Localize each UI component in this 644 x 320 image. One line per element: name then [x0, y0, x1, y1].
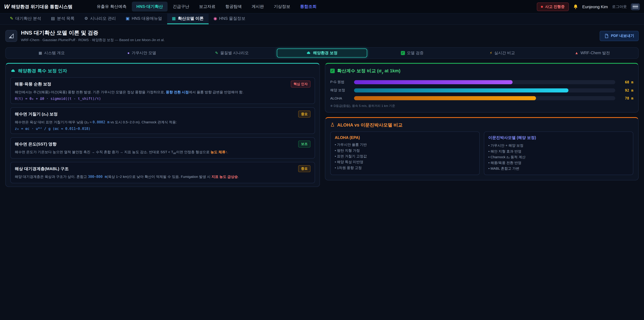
inline-code: 0.0002 m — [92, 120, 109, 124]
factor-card-sea-land-breeze: 해풍·육풍 순환 보정 핵심 인자 해안에서는 주간(해풍)·야간(육풍) 풍향… — [10, 77, 315, 104]
text-run: 해수면 온도가 기온보다 높으면 열적 불안정 촉진 → 수직 혼합 증가 → … — [15, 150, 173, 154]
segment-system-overview[interactable]: ▦ 시스템 개요 — [6, 49, 96, 58]
flask-icon: ◉ — [214, 17, 217, 21]
model-feature: 가우시안 플룸 기반 — [335, 142, 475, 148]
panel-header: 해양환경 특수 보정 인자 — [6, 64, 320, 77]
page-title: HNS 대기확산 모델 이론 및 검증 — [21, 29, 165, 37]
nav-item-reports[interactable]: 보고자료 — [194, 2, 220, 12]
nav-item-weather-info[interactable]: 기상정보 — [269, 2, 295, 12]
nav-item-aerial-search[interactable]: 항공탐색 — [221, 2, 246, 12]
segment-substance-scenarios[interactable]: ✎ 물질별 시나리오 — [187, 49, 277, 58]
bar-label: 해양 보정 — [330, 88, 351, 93]
model-feature: 가우시안 + 해양 보정 — [488, 143, 629, 148]
factor-title: 해수면 온도(SST) 영향 — [15, 141, 56, 147]
page-subtitle: WRF-Chem · Gaussian Plume/Puff · ROMS · … — [21, 38, 165, 43]
segment-label: 시스템 개요 — [44, 50, 65, 56]
page-header: HNS 대기확산 모델 이론 및 검증 WRF-Chem · Gaussian … — [0, 25, 644, 46]
bolt-icon: ⚡ — [490, 51, 492, 55]
model-feature: 해양 특성 미반영 — [335, 159, 475, 165]
segment-gaussian-model[interactable]: ● 가우시안 모델 — [97, 49, 187, 58]
segment-marine-correction[interactable]: 해양환경 보정 — [277, 49, 367, 58]
segment-realtime-comparison[interactable]: ⚡ 실시간 비교 — [457, 49, 547, 58]
tab-scenario-management[interactable]: ⚙ 시나리오 관리 — [80, 14, 121, 24]
tab-diffusion-model-theory[interactable]: ▦ 확산모델 이론 — [167, 14, 209, 24]
panel-title: ALOHA vs 이문진박사모델 비교 — [337, 122, 403, 128]
cloud-icon — [306, 50, 311, 56]
nav-item-oil-spill-prediction[interactable]: 유출유 확산예측 — [92, 2, 131, 12]
tab-analysis-list[interactable]: ▤ 분석 목록 — [46, 14, 80, 24]
module-tabbar: ✎ 대기확산 분석 ▤ 분석 목록 ⚙ 시나리오 관리 ▣ HNS 대응매뉴얼 … — [0, 14, 644, 25]
tab-label: 대기확산 분석 — [16, 16, 41, 21]
chart-icon: ▦ — [172, 17, 176, 21]
tab-hns-response-manual[interactable]: ▣ HNS 대응매뉴얼 — [121, 14, 167, 24]
ruler-icon — [5, 30, 17, 42]
main-content: 해양환경 특수 보정 인자 해풍·육풍 순환 보정 핵심 인자 해안에서는 주간… — [0, 63, 644, 187]
highlighted-text: 지표 농도 급상승 — [212, 175, 238, 179]
notifications-bell-icon[interactable] — [573, 4, 578, 9]
text-run: 해수면은 육상 대비 표면 거칠기가 매우 낮음 (z₀ ≈ — [15, 120, 92, 124]
tab-label: 확산모델 이론 — [178, 16, 204, 21]
model-feature: MABL 혼합고 가변 — [488, 166, 629, 171]
text-run: 해양 대기경계층은 육상과 구조가 상이. 혼합고 — [15, 175, 88, 179]
app-logo[interactable]: W 해양환경 위기대응 통합시스템 — [4, 3, 72, 10]
tab-hns-substance-info[interactable]: ◉ HNS 물질정보 — [208, 14, 250, 24]
model-feature: 해풍/육풍 전환 반영 — [488, 160, 629, 166]
cloud-icon — [11, 68, 16, 74]
formula: θ(t) = θ₀ + Δθ · sigmoid((t - t_shift)/τ… — [15, 97, 310, 101]
model-comparison-panel: ALOHA vs 이문진박사모델 비교 ALOHA (EPA) 가우시안 플룸 … — [325, 117, 639, 180]
segment-label: 실시간 비교 — [494, 50, 515, 56]
formula: z₀ = αc · u*² / g (αc ≈ 0.011~0.018) — [15, 127, 310, 131]
menu-button[interactable] — [631, 3, 640, 10]
bar-value: 78 m — [618, 96, 633, 100]
bar-label: ALOHA — [330, 96, 351, 100]
panel-title: 확산계수 보정 비교 (σy at 1km) — [337, 68, 400, 74]
bar-label: P-G 원법 — [330, 80, 351, 85]
text-run: 해안에서는 주간(해풍)·야간(육풍) 풍향 전환 발생. 기존 가우시안 모델… — [15, 90, 166, 94]
nav-item-board[interactable]: 게시판 — [247, 2, 268, 12]
segment-wrf-chem-advancement[interactable]: ▲ WRF-Chem 발전 — [547, 49, 637, 58]
tab-label: HNS 대응매뉴얼 — [132, 16, 162, 21]
model-feature: 평탄 지형 가정 — [335, 148, 475, 153]
bar-value: 68 m — [618, 80, 633, 84]
bar-fill — [354, 88, 568, 93]
segment-label: WRF-Chem 발전 — [580, 50, 610, 56]
status-dot-icon — [541, 6, 543, 8]
nav-item-integrated-search[interactable]: 통합조회 — [296, 2, 321, 12]
model-feature: Charnock z₀ 동적 계산 — [488, 154, 629, 160]
list-icon: ▤ — [51, 17, 55, 21]
nav-item-hns-atmospheric[interactable]: HNS·대기확산 — [132, 2, 167, 12]
rocket-icon: ▲ — [575, 51, 578, 55]
highlighted-text: 풍향 전환 시점 — [166, 90, 189, 94]
bar-fill — [354, 96, 536, 100]
factor-description: 해수면 온도가 기온보다 높으면 열적 불안정 촉진 → 수직 혼합 증가 → … — [15, 150, 310, 155]
chart-footnote: ※ D등급(중립), 풍속 5 m/s, 풍하거리 1 km 기준 — [325, 102, 638, 112]
segment-model-validation[interactable]: ✓ 모델 검증 — [367, 49, 457, 58]
priority-badge: 중요 — [298, 111, 310, 118]
factor-description: 해양 대기경계층은 육상과 구조가 상이. 혼합고 300~800 m(육상 1… — [15, 174, 310, 180]
pdf-export-button[interactable]: PDF 내보내기 — [600, 31, 639, 41]
factor-card-sea-surface-roughness: 해수면 거칠기 (z₀) 보정 중요 해수면은 육상 대비 표면 거칠기가 매우… — [10, 107, 315, 134]
section-segmented-control: ▦ 시스템 개요 ● 가우시안 모델 ✎ 물질별 시나리오 해양환경 보정 ✓ … — [5, 47, 639, 59]
logout-button[interactable]: 로그아웃 — [612, 4, 627, 9]
factor-card-sst-effect: 해수면 온도(SST) 영향 보조 해수면 온도가 기온보다 높으면 열적 불안… — [10, 137, 315, 159]
factor-title: 해풍·육풍 순환 보정 — [15, 81, 51, 87]
model-feature: 1차원 풍향 고정 — [335, 165, 475, 171]
segment-label: 가우시안 모델 — [132, 50, 156, 56]
panel-header: ✓ 확산계수 보정 비교 (σy at 1km) — [325, 64, 638, 77]
check-square-icon: ✓ — [401, 51, 405, 55]
segment-label: 모델 검증 — [407, 50, 424, 56]
inline-code: 300~800 m — [88, 175, 107, 179]
tab-atmospheric-analysis[interactable]: ✎ 대기확산 분석 — [5, 14, 46, 24]
panel-title: 해양환경 특수 보정 인자 — [18, 68, 67, 74]
priority-badge: 보조 — [298, 141, 310, 148]
topbar: W 해양환경 위기대응 통합시스템 유출유 확산예측 HNS·대기확산 긴급구난… — [0, 0, 644, 14]
factor-card-mabl-structure: 해상 대기경계층(MABL) 구조 중요 해양 대기경계층은 육상과 구조가 상… — [10, 162, 315, 183]
incident-status-badge[interactable]: 사고 진행중 — [537, 2, 569, 11]
book-icon: ▣ — [126, 17, 130, 21]
text-run: 에서 플룸 방향 급변을 반영해야 함. — [189, 90, 244, 94]
text-run: vs 도시 0.5~2.0 m). Charnock 관계식 적용: — [110, 120, 177, 124]
nav-item-emergency-rescue[interactable]: 긴급구난 — [168, 2, 194, 12]
flask-icon — [330, 123, 335, 128]
page-title-block: HNS 대기확산 모델 이론 및 검증 WRF-Chem · Gaussian … — [21, 29, 165, 43]
factor-title: 해수면 거칠기 (z₀) 보정 — [15, 111, 58, 117]
